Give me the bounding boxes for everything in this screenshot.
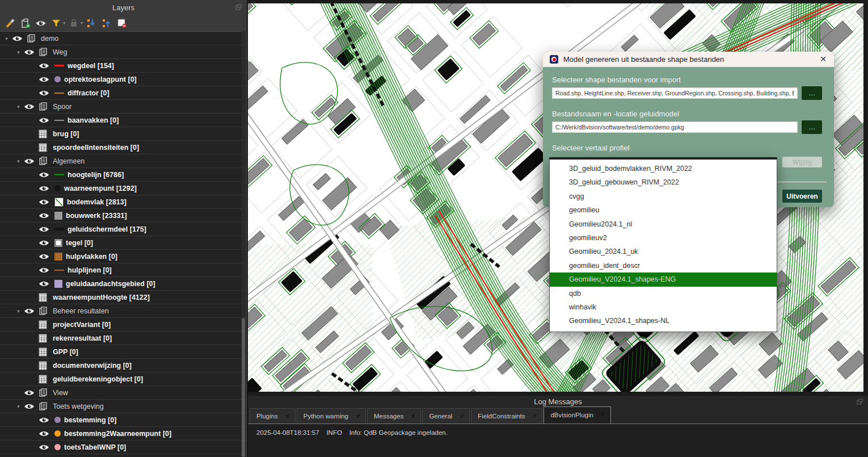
layer-group-row[interactable]: ▾Toets wetgeving — [0, 400, 246, 413]
eye-visibility-icon[interactable] — [12, 35, 23, 42]
eye-visibility-icon[interactable] — [24, 158, 35, 165]
layer-row[interactable]: rekenresultaat [0] — [0, 332, 246, 345]
eye-visibility-icon[interactable] — [24, 49, 35, 56]
profile-option[interactable]: geomilieuv2 — [550, 231, 777, 245]
filter-by-expression-icon[interactable] — [68, 17, 79, 29]
layer-row[interactable]: hulpvlakken [0] — [0, 250, 246, 263]
pin-tab-icon[interactable] — [355, 413, 361, 420]
open-layer-styling-icon[interactable] — [4, 17, 16, 29]
eye-visibility-icon[interactable] — [24, 403, 35, 410]
layer-row[interactable]: geluidberekeningobject [0] — [0, 372, 246, 386]
layer-row[interactable]: hoogtelijn [6786] — [0, 168, 246, 182]
eye-visibility-icon[interactable] — [39, 185, 49, 192]
eye-visibility-icon[interactable] — [39, 76, 49, 83]
expander-icon[interactable]: ▾ — [15, 404, 22, 409]
layer-row[interactable]: brug [0] — [0, 127, 246, 141]
layer-row[interactable]: wegdeel [154] — [0, 59, 246, 73]
eye-visibility-icon[interactable] — [39, 253, 49, 260]
expander-icon[interactable]: ▾ — [3, 36, 10, 41]
log-tab-python-warning[interactable]: Python warning — [297, 408, 366, 424]
eye-visibility-icon[interactable] — [39, 171, 49, 178]
shapes-browse-button[interactable]: … — [802, 86, 822, 100]
undock-panel-icon[interactable] — [235, 4, 242, 10]
eye-visibility-icon[interactable] — [24, 103, 35, 110]
layer-row[interactable]: GPP [0] — [0, 345, 246, 359]
output-input[interactable] — [552, 121, 798, 133]
layer-row[interactable]: projectVariant [0] — [0, 318, 246, 332]
layer-group-row[interactable]: ▾Weg — [0, 45, 246, 59]
eye-visibility-icon[interactable] — [39, 199, 49, 206]
eye-visibility-icon[interactable] — [39, 417, 49, 424]
expander-icon[interactable]: ▾ — [15, 104, 22, 110]
add-group-icon[interactable] — [19, 17, 31, 29]
profile-option[interactable]: Geomilieu_V2024.1_shapes-NL — [550, 314, 777, 328]
pin-tab-icon[interactable] — [531, 413, 538, 420]
profile-option[interactable]: Geomilieu2024.1_nl — [550, 217, 777, 231]
eye-visibility-icon[interactable] — [39, 430, 49, 437]
pin-tab-icon[interactable] — [410, 413, 416, 420]
filter-legend-caret-icon[interactable]: ▾ — [63, 20, 65, 26]
wijzig-button[interactable]: Wijzig — [782, 157, 822, 167]
profile-option[interactable]: 3D_geluid_gebouwen_RIVM_2022 — [550, 175, 777, 189]
expand-all-icon[interactable] — [85, 17, 97, 29]
layer-row[interactable]: toetsTabelWNP [0] — [0, 441, 246, 454]
layers-scrollbar-thumb[interactable] — [242, 318, 245, 457]
layer-group-row[interactable]: ▾Spoor — [0, 100, 246, 114]
layer-row[interactable]: optrektoeslagpunt [0] — [0, 73, 246, 86]
profile-option[interactable]: cvgg — [550, 190, 777, 203]
filter-legend-icon[interactable] — [50, 17, 62, 29]
layer-row[interactable]: tegel [0] — [0, 236, 246, 250]
eye-visibility-icon[interactable] — [24, 308, 35, 315]
shapes-input[interactable] — [552, 87, 798, 99]
layer-row[interactable]: hulplijnen [0] — [0, 263, 246, 277]
eye-visibility-icon[interactable] — [39, 267, 49, 274]
layer-row[interactable]: bestemming2Waarneempunt [0] — [0, 427, 246, 441]
profile-option-selected[interactable]: Geomilieu_V2024.1_shapes-ENG — [550, 272, 777, 286]
layer-group-row[interactable]: ▾demo — [0, 32, 246, 45]
log-tab-plugins[interactable]: Plugins — [250, 408, 296, 424]
pin-tab-icon[interactable] — [284, 413, 291, 420]
collapse-all-icon[interactable] — [100, 17, 112, 29]
layer-row[interactable]: bouwwerk [23331] — [0, 209, 246, 223]
layers-scrollbar[interactable] — [242, 31, 245, 457]
log-tab-fieldconstraints[interactable]: FieldConstraints — [471, 408, 542, 424]
expander-icon[interactable]: ▾ — [15, 49, 22, 55]
layer-row[interactable]: spoordeelIntensiteiten [0] — [0, 141, 246, 154]
layer-row[interactable]: diffractor [0] — [0, 86, 246, 100]
log-undock-panel-icon[interactable] — [857, 399, 863, 405]
profile-option[interactable]: geomilieu_ident_descr — [550, 259, 777, 272]
expander-icon[interactable]: ▾ — [15, 158, 22, 164]
log-tab-general[interactable]: General — [422, 408, 470, 424]
layer-group-row[interactable]: ▾Algemeen — [0, 154, 246, 168]
layer-row[interactable]: bestemming [0] — [0, 413, 246, 427]
manage-map-themes-icon[interactable] — [35, 17, 47, 29]
log-tab-dbvisionplugin[interactable]: dBvisionPlugin — [543, 406, 610, 424]
profile-option[interactable]: 3D_geluid_bodemvlakken_RIVM_2022 — [550, 162, 777, 175]
profile-option[interactable]: qdb — [550, 287, 777, 300]
output-browse-button[interactable]: … — [802, 120, 822, 134]
layer-group-row[interactable]: ▾Beheer resultaten — [0, 304, 246, 318]
eye-visibility-icon[interactable] — [39, 280, 49, 287]
eye-visibility-icon[interactable] — [39, 117, 49, 124]
layer-row[interactable]: bodemvlak [2813] — [0, 195, 246, 209]
layer-group-row[interactable]: View — [0, 386, 246, 400]
eye-visibility-icon[interactable] — [39, 226, 49, 233]
layer-row[interactable]: geluidschermdeel [175] — [0, 223, 246, 236]
layer-row[interactable]: baanvakken [0] — [0, 114, 246, 127]
eye-visibility-icon[interactable] — [24, 389, 35, 396]
eye-visibility-icon[interactable] — [39, 240, 49, 246]
layer-row[interactable]: waarneempunt [1292] — [0, 182, 246, 195]
filter-by-expression-caret-icon[interactable]: ▾ — [81, 20, 83, 26]
eye-visibility-icon[interactable] — [39, 62, 49, 69]
profile-option[interactable]: geomilieu — [550, 203, 777, 217]
remove-layer-icon[interactable] — [116, 17, 128, 29]
layer-row[interactable]: geluidaandachtsgebied [0] — [0, 277, 246, 291]
eye-visibility-icon[interactable] — [39, 212, 49, 219]
profile-option[interactable]: winhavik — [550, 300, 777, 314]
pin-tab-icon[interactable] — [600, 411, 606, 418]
dialog-close-icon[interactable]: ✕ — [820, 54, 827, 64]
eye-visibility-icon[interactable] — [39, 90, 49, 97]
uitvoeren-button[interactable]: Uitvoeren — [782, 190, 822, 203]
log-tab-messages[interactable]: Messages — [367, 408, 421, 424]
dialog-titlebar[interactable]: Model genereren uit bestaande shape best… — [543, 52, 834, 67]
